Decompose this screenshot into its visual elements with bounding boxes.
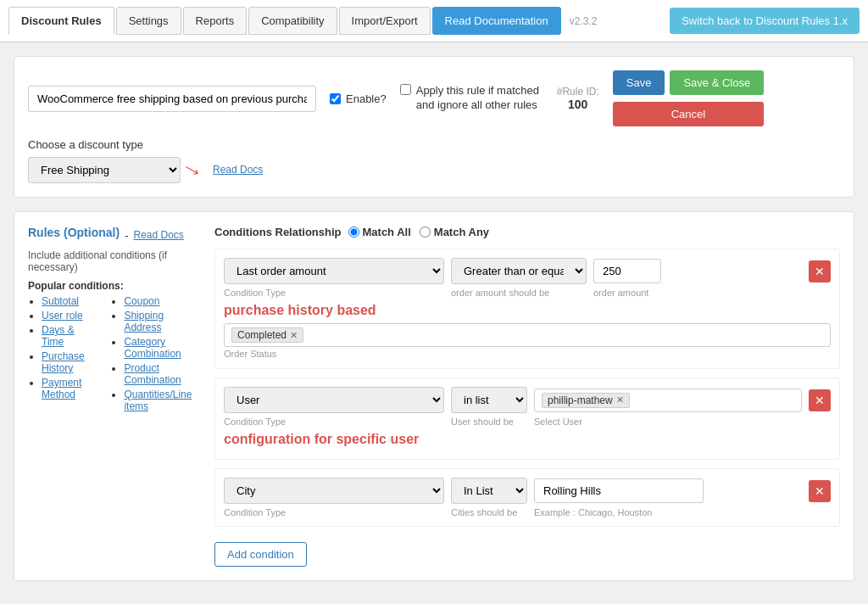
field-label-type-3: Condition Type bbox=[224, 507, 444, 517]
discount-type-select[interactable]: Free Shipping Percentage Discount Fixed … bbox=[28, 157, 181, 183]
field-label-operator-2: User should be bbox=[451, 417, 527, 427]
completed-tag: Completed ✕ bbox=[231, 327, 303, 343]
enable-label: Enable? bbox=[346, 92, 387, 105]
add-condition-button[interactable]: Add condition bbox=[214, 542, 307, 567]
city-value-input[interactable] bbox=[534, 478, 704, 503]
match-all-radio[interactable] bbox=[348, 226, 359, 238]
read-docs-link-rules[interactable]: Read Docs bbox=[133, 229, 183, 241]
rules-sidebar: Rules (Optional) - Read Docs Include add… bbox=[28, 226, 198, 567]
tab-settings[interactable]: Settings bbox=[116, 7, 181, 35]
condition-type-select-2[interactable]: User bbox=[224, 387, 444, 413]
condition-type-select-3[interactable]: City bbox=[224, 478, 444, 504]
popular-conditions-title: Popular conditions: bbox=[28, 280, 198, 292]
order-status-row: Completed ✕ bbox=[224, 323, 831, 347]
read-docs-link-discount[interactable]: Read Docs bbox=[213, 164, 263, 176]
condition-subtotal[interactable]: Subtotal bbox=[42, 295, 79, 307]
field-label-type-1: Condition Type bbox=[224, 288, 444, 298]
field-label-value-3: Example : Chicago, Houston bbox=[534, 507, 652, 517]
field-label-operator-1: order amount should be bbox=[451, 288, 587, 298]
popular-col-1: Subtotal User role Days & Time Purchase … bbox=[28, 295, 97, 415]
condition-row-3: City In List ✕ Condition Type Cities sho… bbox=[214, 468, 840, 527]
action-buttons: Save Save & Close Cancel bbox=[613, 70, 764, 126]
rules-separator: - bbox=[125, 229, 128, 242]
rules-description: Include additional conditions (if necess… bbox=[28, 249, 198, 273]
condition-product-combination[interactable]: Product Combination bbox=[124, 362, 181, 386]
match-all-label: Match All bbox=[363, 226, 411, 238]
popular-col-2: Coupon Shipping Address Category Combina… bbox=[110, 295, 198, 415]
popular-conditions: Subtotal User role Days & Time Purchase … bbox=[28, 295, 198, 415]
condition-days-time[interactable]: Days & Time bbox=[42, 324, 75, 348]
tab-import-export[interactable]: Import/Export bbox=[339, 7, 431, 35]
condition-inputs-3: City In List ✕ bbox=[224, 478, 831, 504]
apply-rule-checkbox[interactable] bbox=[400, 84, 411, 95]
enable-checkbox[interactable] bbox=[330, 93, 341, 104]
rules-card: Rules (Optional) - Read Docs Include add… bbox=[14, 211, 854, 581]
switch-back-button[interactable]: Switch back to Discount Rules 1.x bbox=[670, 8, 860, 34]
rules-layout: Rules (Optional) - Read Docs Include add… bbox=[28, 226, 840, 567]
tab-compatibility[interactable]: Compatibility bbox=[248, 7, 337, 35]
condition-value-input-1[interactable] bbox=[593, 259, 661, 283]
user-tag-remove[interactable]: ✕ bbox=[616, 394, 624, 405]
top-form-row: Enable? Apply this rule if matched and i… bbox=[28, 70, 840, 126]
condition-purchase-history[interactable]: Purchase History bbox=[42, 350, 85, 374]
order-status-label: Order Status bbox=[224, 349, 276, 359]
remove-condition-2-button[interactable]: ✕ bbox=[809, 389, 831, 411]
save-close-button[interactable]: Save & Close bbox=[670, 70, 764, 95]
tab-discount-rules[interactable]: Discount Rules bbox=[8, 7, 114, 35]
order-status-tag-input[interactable]: Completed ✕ bbox=[224, 323, 831, 347]
rule-id-section: #Rule ID: 100 bbox=[557, 86, 599, 111]
field-label-type-2: Condition Type bbox=[224, 417, 444, 427]
tab-read-documentation[interactable]: Read Documentation bbox=[432, 7, 561, 35]
conditions-relationship: Conditions Relationship Match All Match … bbox=[214, 226, 840, 238]
field-labels-2: Condition Type User should be Select Use… bbox=[224, 417, 831, 427]
user-tag-input[interactable]: phillip-mathew ✕ bbox=[534, 389, 802, 412]
field-label-value-2: Select User bbox=[534, 417, 582, 427]
main-content: Enable? Apply this rule if matched and i… bbox=[0, 42, 868, 595]
condition-inputs-2: User in list phillip-mathew ✕ ✕ bbox=[224, 387, 831, 413]
rule-id-value: 100 bbox=[568, 98, 587, 111]
top-form-card: Enable? Apply this rule if matched and i… bbox=[14, 56, 854, 198]
rule-id-label: #Rule ID: bbox=[557, 86, 599, 98]
condition-type-select-1[interactable]: Last order amount bbox=[224, 258, 444, 284]
field-labels-1: Condition Type order amount should be or… bbox=[224, 288, 831, 298]
condition-operator-select-3[interactable]: In List bbox=[451, 478, 527, 504]
tab-reports[interactable]: Reports bbox=[183, 7, 248, 35]
remove-condition-3-button[interactable]: ✕ bbox=[809, 480, 831, 502]
annotation-purchase-history: purchase history based bbox=[224, 303, 831, 318]
match-any-label: Match Any bbox=[434, 226, 489, 238]
condition-row-1: Last order amount Greater than or equal … bbox=[214, 249, 840, 369]
completed-tag-remove[interactable]: ✕ bbox=[290, 330, 298, 341]
condition-user-role[interactable]: User role bbox=[42, 310, 83, 322]
top-navigation: Discount Rules Settings Reports Compatib… bbox=[0, 0, 868, 42]
field-label-operator-3: Cities should be bbox=[451, 507, 527, 517]
cancel-button[interactable]: Cancel bbox=[613, 102, 764, 126]
discount-type-section: Choose a discount type Free Shipping Per… bbox=[28, 138, 840, 183]
user-tag-phillip: phillip-mathew ✕ bbox=[542, 393, 630, 408]
red-arrow-icon: → bbox=[175, 152, 209, 187]
match-all-radio-label[interactable]: Match All bbox=[348, 226, 411, 238]
condition-operator-select-1[interactable]: Greater than or equal ( >= ) bbox=[451, 258, 587, 284]
condition-category-combination[interactable]: Category Combination bbox=[124, 336, 181, 360]
remove-condition-1-button[interactable]: ✕ bbox=[809, 260, 831, 282]
field-label-value-1: order amount bbox=[593, 288, 648, 298]
condition-coupon[interactable]: Coupon bbox=[124, 295, 159, 307]
completed-tag-label: Completed bbox=[237, 329, 287, 341]
match-any-radio-label[interactable]: Match Any bbox=[420, 226, 489, 238]
apply-rule-label: Apply this rule if matched and ignore al… bbox=[416, 84, 543, 113]
rule-name-input[interactable] bbox=[28, 86, 316, 112]
condition-payment-method[interactable]: Payment Method bbox=[42, 377, 81, 400]
match-any-radio[interactable] bbox=[420, 226, 431, 238]
condition-quantities-line-items[interactable]: Quantities/Line items bbox=[124, 389, 192, 412]
rules-title: Rules (Optional) bbox=[28, 226, 120, 239]
condition-inputs-1: Last order amount Greater than or equal … bbox=[224, 258, 831, 284]
apply-rule-row: Apply this rule if matched and ignore al… bbox=[400, 84, 543, 113]
radio-group: Match All Match Any bbox=[348, 226, 490, 238]
save-button[interactable]: Save bbox=[613, 70, 665, 95]
condition-shipping-address[interactable]: Shipping Address bbox=[124, 310, 164, 333]
condition-row-2: User in list phillip-mathew ✕ ✕ bbox=[214, 378, 840, 460]
field-labels-3: Condition Type Cities should be Example … bbox=[224, 507, 831, 517]
user-tag-label: phillip-mathew bbox=[548, 394, 613, 406]
condition-operator-select-2[interactable]: in list bbox=[451, 387, 527, 413]
conditions-relationship-label: Conditions Relationship bbox=[214, 226, 342, 238]
discount-type-row: Free Shipping Percentage Discount Fixed … bbox=[28, 156, 840, 183]
